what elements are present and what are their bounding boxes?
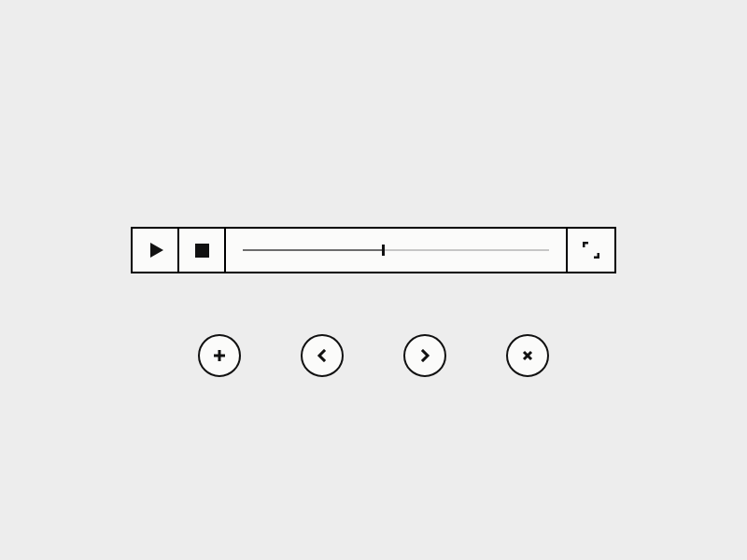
seek-slider[interactable] [226, 229, 568, 272]
seek-progress [243, 249, 384, 251]
chevron-left-icon [316, 349, 329, 362]
fullscreen-icon [583, 242, 599, 259]
play-icon [150, 243, 163, 258]
close-icon [521, 349, 534, 362]
prev-button[interactable] [301, 334, 344, 377]
close-button[interactable] [506, 334, 549, 377]
seek-track-remain [384, 249, 549, 251]
chevron-right-icon [418, 349, 431, 362]
stop-button[interactable] [179, 229, 226, 272]
plus-icon [212, 348, 227, 363]
add-button[interactable] [198, 334, 241, 377]
circle-button-row [0, 334, 747, 377]
play-button[interactable] [133, 229, 179, 272]
seek-thumb[interactable] [382, 245, 385, 256]
next-button[interactable] [403, 334, 446, 377]
stop-icon [195, 244, 209, 258]
seek-track [243, 249, 549, 251]
fullscreen-button[interactable] [568, 229, 614, 272]
media-player-bar [131, 227, 616, 273]
ui-kit-sample [0, 0, 747, 560]
